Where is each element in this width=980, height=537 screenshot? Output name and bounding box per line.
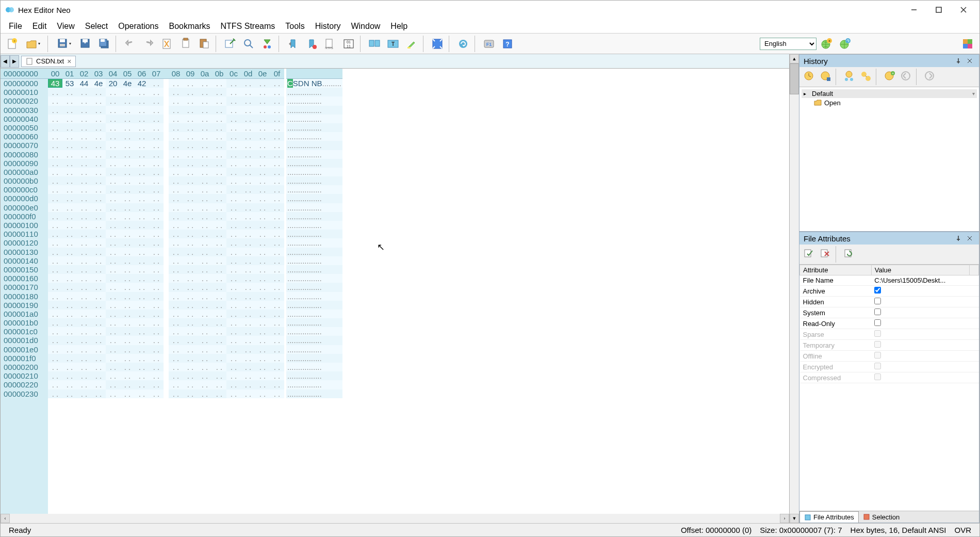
hex-cell[interactable]: . . (241, 141, 255, 150)
hex-cell[interactable]: . . (183, 230, 198, 238)
hex-cell[interactable]: . . (135, 212, 149, 221)
hex-cell[interactable]: . . (198, 354, 212, 363)
ascii-row[interactable]: ................ (286, 194, 342, 203)
panel-pin-icon[interactable] (953, 234, 963, 243)
hex-cell[interactable]: . . (212, 123, 226, 132)
hex-cell[interactable]: . . (135, 371, 149, 380)
hex-cell[interactable]: . . (169, 248, 183, 256)
globe-add-icon[interactable]: + (818, 36, 835, 52)
hex-cell[interactable]: . . (106, 168, 120, 176)
hex-cell[interactable]: . . (212, 345, 226, 354)
hex-cell[interactable]: . . (62, 318, 77, 327)
hex-cell[interactable]: . . (91, 168, 106, 176)
ascii-row[interactable]: ................ (286, 354, 342, 363)
hex-cell[interactable]: . . (62, 185, 77, 194)
ascii-row[interactable]: ................ (286, 318, 342, 327)
hex-cell[interactable]: . . (120, 371, 135, 380)
hex-cell[interactable]: . . (91, 106, 106, 115)
history-clear-icon[interactable] (801, 69, 816, 83)
ascii-row[interactable]: ................ (286, 283, 342, 291)
hex-row[interactable]: . .. .. .. .. .. .. .. .. .. .. .. .. ..… (48, 88, 284, 96)
hex-cell[interactable]: . . (183, 106, 198, 115)
hex-cell[interactable]: . . (91, 185, 106, 194)
hex-cell[interactable]: . . (270, 230, 284, 238)
hex-cell[interactable]: . . (48, 345, 62, 354)
hex-cell[interactable]: . . (183, 88, 198, 96)
hex-cell[interactable]: . . (169, 106, 183, 115)
ascii-row[interactable]: ................ (286, 150, 342, 159)
menu-ntfs-streams[interactable]: NTFS Streams (216, 20, 281, 33)
hex-cell[interactable]: . . (198, 238, 212, 247)
hex-cell[interactable]: . . (48, 106, 62, 115)
hex-cell[interactable]: . . (106, 238, 120, 247)
menu-operations[interactable]: Operations (113, 20, 164, 33)
hex-cell[interactable]: . . (48, 256, 62, 265)
hex-cell[interactable]: . . (226, 212, 241, 221)
hex-cell[interactable]: . . (106, 354, 120, 363)
hex-cell[interactable]: . . (135, 159, 149, 168)
hex-cell[interactable]: . . (183, 176, 198, 185)
hex-cell[interactable]: . . (226, 159, 241, 168)
hex-row[interactable]: . .. .. .. .. .. .. .. .. .. .. .. .. ..… (48, 301, 284, 310)
hex-cell[interactable]: . . (270, 336, 284, 345)
new-file-icon[interactable]: + (4, 36, 21, 52)
redo-icon[interactable] (140, 36, 157, 52)
hex-cell[interactable]: . . (106, 96, 120, 105)
hex-cell[interactable]: . . (183, 141, 198, 150)
paste-icon[interactable] (195, 36, 213, 52)
attrs-apply-icon[interactable] (801, 246, 816, 261)
hex-cell[interactable]: . . (62, 106, 77, 115)
ascii-row[interactable]: ................ (286, 371, 342, 380)
hex-cell[interactable]: . . (149, 115, 164, 123)
hex-cell[interactable]: . . (212, 336, 226, 345)
hex-cell[interactable]: . . (106, 248, 120, 256)
hex-row[interactable]: . .. .. .. .. .. .. .. .. .. .. .. .. ..… (48, 371, 284, 380)
hex-cell[interactable]: . . (183, 203, 198, 212)
hex-cell[interactable]: . . (169, 185, 183, 194)
hex-row[interactable]: . .. .. .. .. .. .. .. .. .. .. .. .. ..… (48, 203, 284, 212)
hex-cell[interactable]: . . (91, 238, 106, 247)
hex-cell[interactable]: . . (169, 336, 183, 345)
ascii-row[interactable]: ................ (286, 256, 342, 265)
compare-windows-icon[interactable] (366, 36, 383, 52)
hex-cell[interactable]: . . (135, 106, 149, 115)
menu-help[interactable]: Help (385, 20, 413, 33)
hex-cell[interactable]: . . (255, 238, 270, 247)
hex-cell[interactable]: . . (48, 238, 62, 247)
hex-cell[interactable]: . . (183, 389, 198, 398)
hex-cell[interactable]: . . (149, 371, 164, 380)
hex-cell[interactable]: . . (62, 310, 77, 318)
hex-cell[interactable]: . . (62, 363, 77, 371)
hex-cell[interactable]: . . (106, 194, 120, 203)
hex-cell[interactable]: . . (48, 265, 62, 274)
hex-cell[interactable]: . . (62, 336, 77, 345)
hex-cell[interactable]: . . (183, 380, 198, 389)
hex-cell[interactable]: . . (135, 265, 149, 274)
hex-cell[interactable]: . . (62, 96, 77, 105)
hex-cell[interactable]: . . (226, 301, 241, 310)
ascii-row[interactable]: ................ (286, 310, 342, 318)
binary-icon[interactable]: 0111 (340, 36, 357, 52)
hex-cell[interactable]: . . (241, 310, 255, 318)
hex-cell[interactable]: . . (135, 203, 149, 212)
hex-cell[interactable]: . . (91, 301, 106, 310)
hex-cell[interactable]: . . (91, 248, 106, 256)
hex-cell[interactable]: . . (270, 176, 284, 185)
hex-cell[interactable]: . . (149, 221, 164, 230)
hex-cell[interactable]: . . (241, 283, 255, 291)
hex-cell[interactable]: . . (169, 115, 183, 123)
hex-cell[interactable]: . . (149, 88, 164, 96)
hex-cell[interactable]: . . (120, 176, 135, 185)
hex-cell[interactable]: . . (77, 283, 91, 291)
hex-cell[interactable]: . . (270, 96, 284, 105)
hex-cell[interactable]: . . (212, 283, 226, 291)
hex-cell[interactable]: . . (120, 292, 135, 301)
history-branch1-icon[interactable] (841, 69, 857, 83)
hex-cell[interactable]: . . (212, 301, 226, 310)
hex-cell[interactable]: . . (270, 132, 284, 141)
hex-cell[interactable]: . . (270, 363, 284, 371)
hex-cell[interactable]: . . (241, 185, 255, 194)
hex-cell[interactable]: . . (106, 176, 120, 185)
hex-cell[interactable]: . . (77, 150, 91, 159)
hex-cell[interactable]: . . (91, 212, 106, 221)
